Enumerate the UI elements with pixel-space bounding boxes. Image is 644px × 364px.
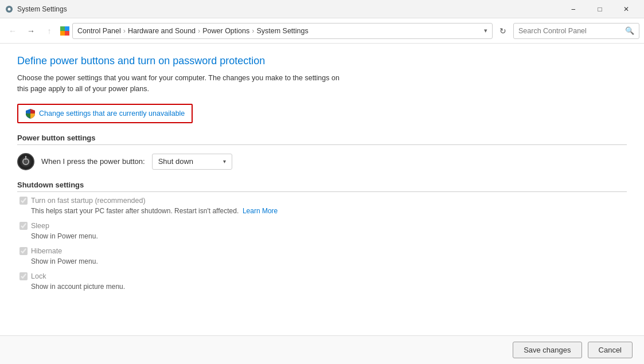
change-settings-text: Change settings that are currently unava… xyxy=(39,109,185,118)
breadcrumb-chevron-icon: ▾ xyxy=(484,27,487,34)
bottom-bar: Save changes Cancel xyxy=(0,335,644,364)
shutdown-item-lock: Lock Show in account picture menu. xyxy=(19,272,627,292)
power-button-label: When I press the power button: xyxy=(41,157,145,166)
power-button-icon xyxy=(17,153,34,170)
shutdown-item-sleep: Sleep Show in Power menu. xyxy=(19,222,627,241)
forward-button[interactable]: → xyxy=(23,23,39,39)
svg-point-1 xyxy=(8,7,11,10)
settings-icon xyxy=(5,5,14,14)
page-description: Choose the power settings that you want … xyxy=(17,73,350,95)
power-button-section-header: Power button settings xyxy=(17,134,627,145)
sleep-desc: Show in Power menu. xyxy=(31,231,627,241)
lock-desc: Show in account picture menu. xyxy=(31,281,627,292)
breadcrumb-power-options[interactable]: Power Options xyxy=(202,27,249,35)
lock-label: Lock xyxy=(31,272,46,280)
control-panel-icon xyxy=(60,26,70,36)
fast-startup-desc: This helps start your PC faster after sh… xyxy=(31,206,627,216)
hibernate-label: Hibernate xyxy=(31,247,62,255)
save-button[interactable]: Save changes xyxy=(513,342,581,358)
title-bar-left: System Settings xyxy=(5,5,67,14)
change-settings-button[interactable]: Change settings that are currently unava… xyxy=(17,104,193,123)
search-input[interactable] xyxy=(518,27,625,35)
title-bar-text: System Settings xyxy=(17,5,67,13)
cancel-button[interactable]: Cancel xyxy=(588,342,633,358)
power-dropdown-value: Shut down xyxy=(158,157,220,166)
svg-rect-3 xyxy=(65,26,69,31)
title-controls: ‒ □ ✕ xyxy=(560,0,639,18)
breadcrumb-bar: Control Panel › Hardware and Sound › Pow… xyxy=(72,23,493,39)
refresh-button[interactable]: ↻ xyxy=(495,23,511,39)
address-bar: ← → ↑ Control Panel › Hardware and Sound… xyxy=(0,18,644,44)
content-area: Define power buttons and turn on passwor… xyxy=(0,44,644,335)
maximize-button[interactable]: □ xyxy=(587,0,613,18)
breadcrumb-hardware[interactable]: Hardware and Sound xyxy=(128,27,196,35)
fast-startup-row: Turn on fast startup (recommended) xyxy=(19,197,627,205)
svg-rect-5 xyxy=(65,31,69,36)
sleep-row: Sleep xyxy=(19,222,627,230)
power-button-row: When I press the power button: Shut down… xyxy=(17,153,627,170)
shutdown-item-fast-startup: Turn on fast startup (recommended) This … xyxy=(19,197,627,216)
uac-shield-icon xyxy=(25,108,36,119)
lock-checkbox[interactable] xyxy=(19,272,28,280)
power-icon-ring xyxy=(22,158,29,165)
search-box[interactable]: 🔍 xyxy=(513,23,639,39)
close-button[interactable]: ✕ xyxy=(613,0,639,18)
power-dropdown[interactable]: Shut down ▾ xyxy=(152,154,232,170)
page-title: Define power buttons and turn on passwor… xyxy=(17,55,627,67)
search-icon: 🔍 xyxy=(625,26,634,35)
lock-row: Lock xyxy=(19,272,627,280)
power-dropdown-arrow-icon: ▾ xyxy=(223,158,226,165)
breadcrumb-control-panel[interactable]: Control Panel xyxy=(77,27,121,35)
minimize-button[interactable]: ‒ xyxy=(560,0,587,18)
svg-rect-4 xyxy=(60,31,65,36)
shutdown-item-hibernate: Hibernate Show in Power menu. xyxy=(19,247,627,267)
breadcrumb-current: System Settings xyxy=(256,27,308,35)
hibernate-checkbox[interactable] xyxy=(19,247,28,255)
main-content: Define power buttons and turn on passwor… xyxy=(0,44,644,335)
hibernate-row: Hibernate xyxy=(19,247,627,255)
hibernate-desc: Show in Power menu. xyxy=(31,256,627,267)
title-bar: System Settings ‒ □ ✕ xyxy=(0,0,644,18)
shutdown-section-header: Shutdown settings xyxy=(17,181,627,192)
fast-startup-label: Turn on fast startup (recommended) xyxy=(31,197,146,205)
sleep-label: Sleep xyxy=(31,222,49,230)
shutdown-settings-section: Shutdown settings Turn on fast startup (… xyxy=(17,181,627,292)
sleep-checkbox[interactable] xyxy=(19,222,28,230)
svg-rect-2 xyxy=(60,26,65,31)
back-button[interactable]: ← xyxy=(5,23,21,39)
up-button[interactable]: ↑ xyxy=(41,23,57,39)
fast-startup-checkbox[interactable] xyxy=(19,197,28,205)
learn-more-link[interactable]: Learn More xyxy=(243,207,278,215)
